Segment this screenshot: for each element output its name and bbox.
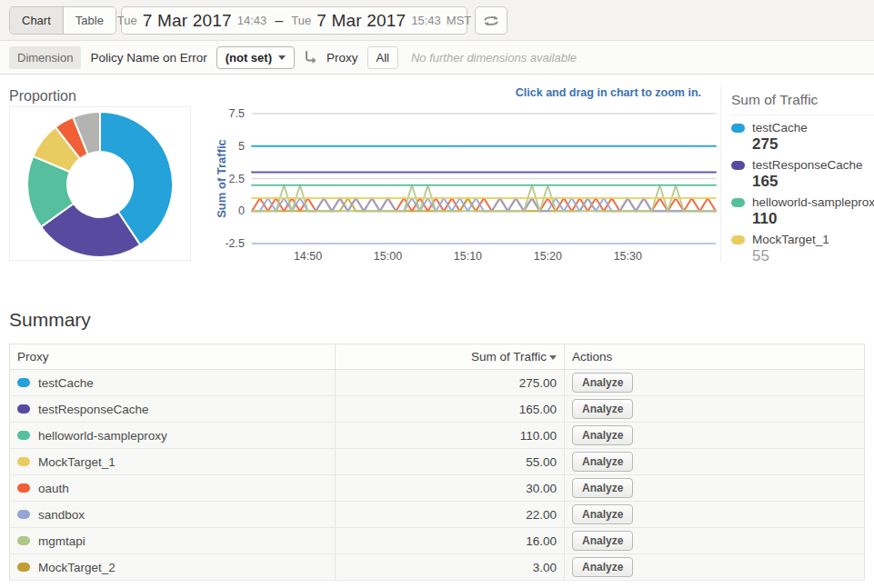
dimension-label: Dimension <box>9 46 81 69</box>
drill-dimension-name: Proxy <box>326 51 358 65</box>
proxy-name: MockTarget_2 <box>38 561 116 574</box>
legend-color-swatch <box>731 235 745 244</box>
chart-view-button[interactable]: Chart <box>10 7 63 34</box>
dimension-filter-name: Policy Name on Error <box>90 51 206 65</box>
sort-descending-icon <box>549 355 557 360</box>
proxy-name: helloworld-sampleproxy <box>38 429 167 443</box>
x-tick-label: 15:20 <box>534 250 562 263</box>
date-range-picker[interactable]: Tue 7 Mar 2017 14:43 – Tue 7 Mar 2017 15… <box>121 6 467 35</box>
traffic-value: 16.00 <box>336 528 565 554</box>
analyze-button[interactable]: Analyze <box>572 452 633 472</box>
legend-item[interactable]: testCache275 <box>731 121 874 154</box>
proxy-color-swatch <box>17 404 30 414</box>
analyze-button[interactable]: Analyze <box>572 478 633 498</box>
drilldown-arrow-icon <box>304 51 317 64</box>
traffic-value: 22.00 <box>336 502 565 528</box>
table-row: testResponseCache165.00Analyze <box>10 396 865 423</box>
series-line-MockTarget_2 <box>252 198 716 211</box>
proxy-name: MockTarget_1 <box>38 455 116 469</box>
legend-item-value: 165 <box>731 173 874 191</box>
proxy-name: testCache <box>38 376 94 390</box>
no-dimensions-note: No further dimensions available <box>411 51 577 65</box>
legend-items: testCache275testResponseCache165hellowor… <box>731 121 874 263</box>
legend-item-value: 55 <box>731 247 874 263</box>
proxy-color-swatch <box>17 457 30 466</box>
refresh-button[interactable] <box>475 6 507 35</box>
proxy-color-swatch <box>17 378 30 387</box>
drill-dimension-value-button[interactable]: All <box>367 46 398 69</box>
traffic-value: 275.00 <box>336 370 565 396</box>
column-header-traffic[interactable]: Sum of Traffic <box>336 344 565 370</box>
table-row: sandbox22.00Analyze <box>10 502 865 528</box>
proportion-donut-chart <box>9 106 191 261</box>
end-time: 15:43 <box>411 14 441 27</box>
start-date: 7 Mar 2017 <box>143 11 232 31</box>
main-content: Proportion Click and drag in chart to zo… <box>0 75 874 587</box>
x-tick-label: 15:10 <box>454 250 482 263</box>
analyze-button[interactable]: Analyze <box>572 504 633 524</box>
series-line-oauth <box>252 198 716 211</box>
table-row: MockTarget_23.00Analyze <box>10 554 865 581</box>
y-tick-label: 5 <box>238 140 245 153</box>
timezone-label: MST <box>447 14 471 27</box>
table-row: mgmtapi16.00Analyze <box>10 528 865 554</box>
proportion-title: Proportion <box>9 88 76 105</box>
legend-title: Sum of Traffic <box>731 92 874 115</box>
analyze-button[interactable]: Analyze <box>572 557 633 577</box>
chevron-down-icon <box>278 55 286 60</box>
start-time: 14:43 <box>237 14 267 27</box>
dimension-bar: Dimension Policy Name on Error (not set)… <box>0 41 874 75</box>
summary-table: Proxy Sum of Traffic Actions testCache27… <box>9 344 865 581</box>
x-tick-label: 15:30 <box>614 250 642 263</box>
proxy-name: mgmtapi <box>38 534 85 548</box>
legend-item[interactable]: testResponseCache165 <box>731 158 874 191</box>
table-view-button[interactable]: Table <box>63 7 116 34</box>
proxy-color-swatch <box>17 536 30 545</box>
chart-legend: Sum of Traffic testCache275testResponseC… <box>720 86 874 263</box>
legend-color-swatch <box>731 161 745 170</box>
toolbar: Chart Table Tue 7 Mar 2017 14:43 – Tue 7… <box>0 0 874 41</box>
legend-item-name: MockTarget_1 <box>752 233 829 246</box>
legend-item[interactable]: MockTarget_155 <box>731 233 874 263</box>
proxy-color-swatch <box>17 510 30 519</box>
refresh-icon <box>483 15 499 27</box>
line-chart[interactable]: 7.552.50-2.514:5015:0015:1015:2015:30 <box>209 100 723 274</box>
view-toggle: Chart Table <box>9 6 116 35</box>
traffic-value: 165.00 <box>336 396 565 423</box>
y-tick-label: 2.5 <box>229 173 245 185</box>
column-header-proxy[interactable]: Proxy <box>10 344 336 370</box>
legend-color-swatch <box>731 124 745 133</box>
proxy-name: testResponseCache <box>38 403 149 416</box>
table-row: oauth30.00Analyze <box>10 475 865 502</box>
legend-item-name: helloworld-sampleproxy <box>752 195 874 209</box>
donut-chart-svg <box>10 107 190 260</box>
traffic-value: 110.00 <box>336 423 565 449</box>
proxy-name: oauth <box>38 482 69 495</box>
analyze-button[interactable]: Analyze <box>572 425 633 445</box>
legend-color-swatch <box>731 198 745 207</box>
end-day: Tue <box>291 14 311 27</box>
legend-item[interactable]: helloworld-sampleproxy110 <box>731 195 874 228</box>
summary-title: Summary <box>9 309 91 331</box>
traffic-value: 3.00 <box>336 554 565 581</box>
traffic-value: 30.00 <box>336 475 565 502</box>
traffic-value: 55.00 <box>336 449 565 475</box>
y-tick-label: 7.5 <box>229 107 245 120</box>
chart-zoom-hint: Click and drag in chart to zoom in. <box>428 86 701 99</box>
dimension-value-dropdown[interactable]: (not set) <box>216 46 295 69</box>
analyze-button[interactable]: Analyze <box>572 531 633 551</box>
proxy-name: sandbox <box>38 508 85 522</box>
series-line-sandbox <box>252 198 716 211</box>
legend-item-name: testResponseCache <box>752 158 863 172</box>
table-row: MockTarget_155.00Analyze <box>10 449 865 475</box>
x-tick-label: 14:50 <box>294 250 322 263</box>
table-row: testCache275.00Analyze <box>10 370 865 396</box>
start-day: Tue <box>117 14 137 27</box>
end-date: 7 Mar 2017 <box>316 11 406 31</box>
analyze-button[interactable]: Analyze <box>572 373 633 393</box>
legend-item-name: testCache <box>752 121 808 135</box>
legend-item-value: 275 <box>731 135 874 154</box>
analyze-button[interactable]: Analyze <box>572 399 633 419</box>
y-tick-label: 0 <box>238 204 245 217</box>
line-chart-svg: 7.552.50-2.514:5015:0015:1015:2015:30 <box>209 100 723 271</box>
